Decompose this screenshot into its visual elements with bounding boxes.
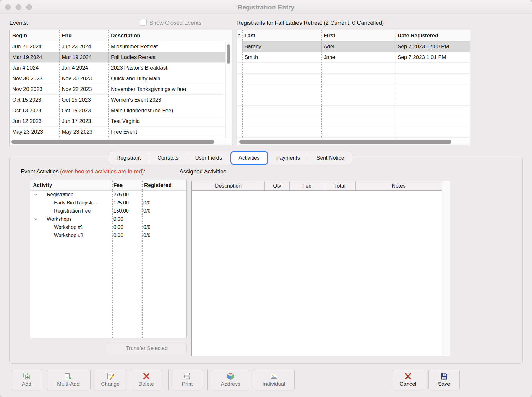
events-col-begin[interactable]: Begin bbox=[10, 33, 59, 39]
registrants-horizontal-scrollbar[interactable] bbox=[237, 139, 470, 145]
activity-item-row[interactable]: Workshop #2 0.00 0/0 bbox=[30, 231, 186, 240]
assigned-vertical-scrollbar[interactable] bbox=[442, 181, 450, 356]
tab-activities[interactable]: Activities bbox=[230, 151, 268, 165]
assigned-col-description[interactable]: Description bbox=[192, 181, 265, 190]
assigned-activities-table: Description Qty Fee Total Notes bbox=[191, 181, 450, 356]
tab-user-fields[interactable]: User Fields bbox=[187, 152, 230, 164]
traffic-lights bbox=[5, 4, 32, 10]
zoom-button[interactable] bbox=[26, 4, 32, 10]
toolbar-divider bbox=[168, 369, 169, 390]
photo-icon bbox=[270, 372, 278, 380]
show-closed-events-checkbox[interactable] bbox=[140, 19, 147, 26]
activities-panel: Event Activities (over-booked activities… bbox=[9, 157, 523, 364]
chevron-down-icon[interactable] bbox=[34, 217, 38, 221]
registrants-horizontal-scrollbar-thumb[interactable] bbox=[239, 140, 451, 144]
event-row[interactable]: May 23 2023 May 23 2023 Free Event bbox=[10, 127, 225, 137]
activity-item-row[interactable]: Registration Fee 150.00 0/0 bbox=[30, 207, 186, 215]
events-horizontal-scrollbar[interactable] bbox=[10, 139, 225, 145]
edit-document-icon bbox=[106, 372, 114, 380]
events-section-label: Events: bbox=[9, 20, 28, 26]
floppy-disk-icon bbox=[440, 372, 448, 380]
registrants-empty-rows bbox=[237, 63, 470, 138]
event-row[interactable]: Jun 21 2024 Jun 23 2024 Midsummer Retrea… bbox=[10, 41, 225, 52]
registrants-col-date[interactable]: Date Registered bbox=[395, 33, 470, 39]
event-row[interactable]: Oct 15 2023 Oct 15 2023 Women's Event 20… bbox=[10, 95, 225, 105]
window-title: Registration Entry bbox=[0, 0, 532, 14]
assigned-col-fee[interactable]: Fee bbox=[290, 181, 324, 190]
registrants-col-star[interactable]: * bbox=[237, 33, 242, 39]
event-row[interactable]: Nov 20 2023 Nov 22 2023 November Tanksgi… bbox=[10, 84, 225, 95]
assigned-col-notes[interactable]: Notes bbox=[356, 181, 442, 190]
activity-group-row[interactable]: Workshops 0.00 bbox=[30, 215, 186, 223]
event-activities-tree: Activity Fee Registered Registration 275… bbox=[30, 180, 187, 338]
activity-item-row[interactable]: Workshop #1 0.00 0/0 bbox=[30, 223, 186, 231]
tab-registrant[interactable]: Registrant bbox=[108, 152, 149, 164]
delete-button[interactable]: Delete bbox=[130, 370, 162, 389]
assigned-table-header: Description Qty Fee Total Notes bbox=[192, 181, 450, 191]
event-row[interactable]: Oct 13 2023 Oct 15 2023 Main Oktoberfest… bbox=[10, 105, 225, 116]
toolbar-divider bbox=[207, 369, 208, 390]
red-x-icon bbox=[142, 372, 150, 380]
assigned-col-total[interactable]: Total bbox=[324, 181, 356, 190]
cancel-button[interactable]: Cancel bbox=[392, 370, 424, 389]
close-button[interactable] bbox=[5, 4, 11, 10]
printer-icon bbox=[183, 372, 191, 380]
events-vertical-scrollbar-thumb[interactable] bbox=[227, 44, 230, 64]
title-bar: Registration Entry bbox=[0, 0, 532, 14]
event-row[interactable]: Jun 12 2023 Jun 17 2023 Test Virginia bbox=[10, 116, 225, 127]
change-button[interactable]: Change bbox=[94, 370, 127, 389]
events-table-header: Begin End Description bbox=[10, 30, 232, 41]
registrants-col-first[interactable]: First bbox=[321, 33, 395, 39]
individual-button[interactable]: Individual bbox=[253, 370, 295, 389]
event-activities-label: Event Activities (over-booked activities… bbox=[21, 168, 145, 175]
assigned-col-qty[interactable]: Qty bbox=[265, 181, 290, 190]
registrants-table: * Last First Date Registered Barney Adel… bbox=[237, 30, 470, 145]
assigned-activities-label: Assigned Activities bbox=[180, 168, 226, 175]
address-button[interactable]: Address bbox=[211, 370, 250, 389]
activity-item-row[interactable]: Early Bird Registr... 125.00 0/0 bbox=[30, 199, 186, 207]
detail-tabs: Registrant Contacts User Fields Activiti… bbox=[108, 152, 352, 164]
add-copy-icon bbox=[23, 372, 31, 380]
cube-icon bbox=[227, 372, 235, 380]
activity-group-row[interactable]: Registration 275.00 bbox=[30, 191, 186, 199]
tab-payments[interactable]: Payments bbox=[268, 152, 308, 164]
chevron-down-icon[interactable] bbox=[34, 193, 38, 197]
registration-entry-window: Registration Entry Events: Show Closed E… bbox=[0, 0, 532, 397]
event-row[interactable]: Jan 4 2024 Jan 4 2024 2023 Pastor's Brea… bbox=[10, 63, 225, 73]
tab-contacts[interactable]: Contacts bbox=[149, 152, 186, 164]
events-col-description[interactable]: Description bbox=[108, 33, 232, 39]
events-col-end[interactable]: End bbox=[59, 33, 108, 39]
registrants-section-label: Registrants for Fall Ladies Retreat (2 C… bbox=[237, 20, 384, 26]
registrants-table-header: * Last First Date Registered bbox=[237, 30, 470, 41]
tab-sent-notice[interactable]: Sent Notice bbox=[308, 152, 352, 164]
tree-col-activity[interactable]: Activity bbox=[30, 182, 112, 188]
registrant-row-selected[interactable]: Barney Adell Sep 7 2023 12:00 PM bbox=[237, 41, 470, 52]
overbooked-note: (over-booked activities are in red) bbox=[60, 168, 144, 175]
events-table: Begin End Description Jun 21 2024 Jun 23… bbox=[9, 30, 232, 145]
events-vertical-scrollbar[interactable] bbox=[225, 42, 232, 138]
tree-header: Activity Fee Registered bbox=[30, 180, 186, 191]
show-closed-events-label[interactable]: Show Closed Events bbox=[149, 20, 201, 26]
registrants-col-last[interactable]: Last bbox=[242, 33, 321, 39]
tree-col-fee[interactable]: Fee bbox=[112, 182, 142, 188]
tree-col-registered[interactable]: Registered bbox=[142, 182, 186, 188]
print-button[interactable]: Print bbox=[172, 370, 203, 389]
event-row-selected[interactable]: Mar 19 2024 Mar 19 2024 Fall Ladies Retr… bbox=[10, 52, 225, 63]
events-horizontal-scrollbar-thumb[interactable] bbox=[11, 140, 214, 144]
minimize-button[interactable] bbox=[16, 4, 21, 10]
transfer-selected-button[interactable]: Transfer Selected bbox=[107, 343, 187, 354]
multi-add-button[interactable]: Multi-Add bbox=[46, 370, 91, 389]
registrant-row[interactable]: Smith Jane Sep 7 2023 1:01 PM bbox=[237, 52, 470, 63]
multi-add-icon bbox=[64, 372, 72, 380]
add-button[interactable]: Add bbox=[11, 370, 42, 389]
assigned-table-body bbox=[192, 191, 442, 356]
save-button[interactable]: Save bbox=[428, 370, 460, 389]
red-x-icon bbox=[404, 372, 412, 380]
event-row[interactable]: Nov 30 2023 Nov 30 2023 Quick and Dirty … bbox=[10, 73, 225, 84]
